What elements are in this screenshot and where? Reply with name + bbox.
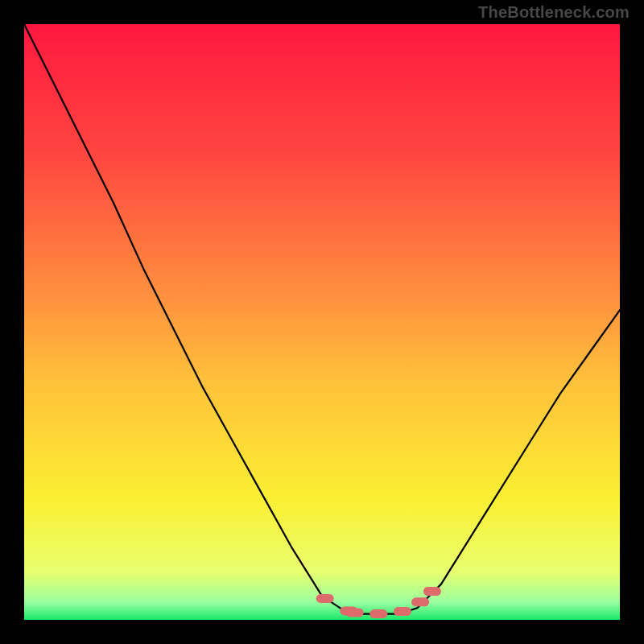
watermark-text: TheBottleneck.com xyxy=(478,3,630,22)
gradient-background xyxy=(24,24,620,620)
plot-area xyxy=(24,24,620,620)
chart-frame: TheBottleneck.com xyxy=(0,0,644,644)
